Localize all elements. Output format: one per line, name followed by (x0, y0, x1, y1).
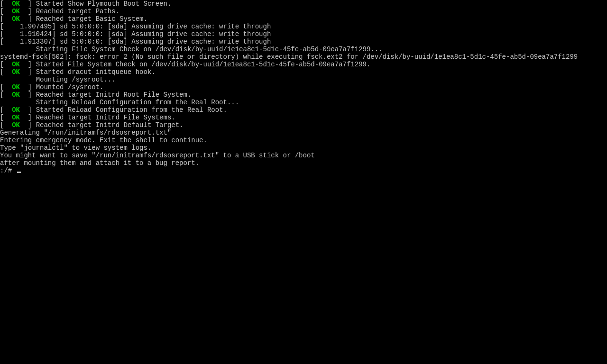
boot-line-ok: [ OK ] Mounted /sysroot. (0, 83, 607, 91)
boot-line-ok: [ OK ] Started Show Plymouth Boot Screen… (0, 0, 607, 8)
status-ok: OK (12, 68, 20, 76)
boot-line-kernel: [ 1.907495] sd 5:0:0:0: [sda] Assuming d… (0, 23, 607, 30)
boot-message: Reached target Initrd File Systems. (36, 114, 175, 121)
status-ok: OK (12, 83, 20, 91)
boot-line-kernel: [ 1.910424] sd 5:0:0:0: [sda] Assuming d… (0, 30, 607, 38)
status-ok: OK (12, 15, 20, 23)
boot-line: systemd-fsck[502]: fsck: error 2 (No suc… (0, 53, 607, 61)
status-ok: OK (12, 121, 20, 129)
status-ok: OK (12, 114, 20, 121)
boot-line-kernel: [ 1.913307] sd 5:0:0:0: [sda] Assuming d… (0, 38, 607, 46)
boot-message: Reached target Initrd Default Target. (36, 121, 184, 129)
boot-line-ok: [ OK ] Started Reload Configuration from… (0, 106, 607, 114)
boot-line-ok: [ OK ] Started dracut initqueue hook. (0, 68, 607, 76)
kernel-message: sd 5:0:0:0: [sda] Assuming drive cache: … (60, 38, 271, 46)
boot-line: Generating "/run/initramfs/rdsosreport.t… (0, 129, 607, 136)
boot-line-ok: [ OK ] Reached target Basic System. (0, 15, 607, 23)
status-ok: OK (12, 106, 20, 114)
boot-line-ok: [ OK ] Reached target Initrd Root File S… (0, 91, 607, 99)
boot-console[interactable]: [ OK ] Started Show Plymouth Boot Screen… (0, 0, 607, 174)
boot-message: Reached target Paths. (36, 8, 120, 15)
boot-line-indent: Mounting /sysroot... (0, 76, 607, 83)
boot-line: after mounting them and attach it to a b… (0, 159, 607, 167)
boot-line-ok: [ OK ] Reached target Initrd Default Tar… (0, 121, 607, 129)
kernel-message: sd 5:0:0:0: [sda] Assuming drive cache: … (60, 30, 271, 38)
boot-line-indent: Starting File System Check on /dev/disk/… (0, 46, 607, 53)
status-ok: OK (12, 61, 20, 68)
boot-line-ok: [ OK ] Reached target Paths. (0, 8, 607, 15)
boot-message: Starting File System Check on /dev/disk/… (36, 46, 383, 53)
shell-prompt: :/# (0, 167, 16, 174)
boot-message: Mounted /sysroot. (36, 83, 104, 91)
kernel-message: sd 5:0:0:0: [sda] Assuming drive cache: … (60, 23, 271, 30)
boot-line: You might want to save "/run/initramfs/r… (0, 152, 607, 159)
shell-prompt-line[interactable]: :/# (0, 167, 607, 174)
boot-message: Started File System Check on /dev/disk/b… (36, 61, 371, 68)
boot-message: Reached target Initrd Root File System. (36, 91, 192, 99)
boot-message: Started Reload Configuration from the Re… (36, 106, 227, 114)
status-ok: OK (12, 8, 20, 15)
boot-line-ok: [ OK ] Started File System Check on /dev… (0, 61, 607, 68)
boot-message: Mounting /sysroot... (36, 76, 116, 83)
boot-line: Entering emergency mode. Exit the shell … (0, 136, 607, 144)
boot-line: Type "journalctl" to view system logs. (0, 144, 607, 152)
boot-message: Started dracut initqueue hook. (36, 68, 156, 76)
cursor (17, 172, 21, 173)
boot-message: Starting Reload Configuration from the R… (36, 99, 239, 106)
boot-line-indent: Starting Reload Configuration from the R… (0, 99, 607, 106)
boot-message: Reached target Basic System. (36, 15, 147, 23)
status-ok: OK (12, 0, 20, 8)
boot-line-ok: [ OK ] Reached target Initrd File System… (0, 114, 607, 121)
status-ok: OK (12, 91, 20, 99)
boot-message: Started Show Plymouth Boot Screen. (36, 0, 172, 8)
